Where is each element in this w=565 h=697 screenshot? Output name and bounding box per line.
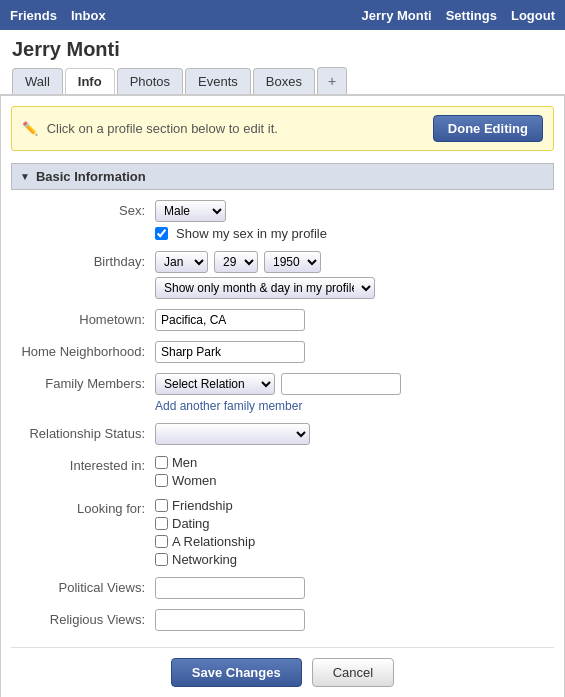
neighborhood-input[interactable]	[155, 341, 305, 363]
show-sex-row: Show my sex in my profile	[155, 226, 550, 241]
relation-select[interactable]: Select Relation	[155, 373, 275, 395]
looking-friendship-checkbox[interactable]	[155, 499, 168, 512]
birthday-label: Birthday:	[15, 251, 155, 269]
profile-name: Jerry Monti	[12, 38, 553, 61]
hometown-field	[155, 309, 550, 331]
pencil-icon: ✏️	[22, 121, 38, 136]
nav-inbox[interactable]: Inbox	[71, 8, 106, 23]
interested-women-label: Women	[172, 473, 217, 488]
birthday-month-select[interactable]: JanFebMarApr MayJunJulAug SepOctNovDec	[155, 251, 208, 273]
sex-row: Sex: Male Female Show my sex in my profi…	[11, 200, 554, 241]
show-sex-checkbox[interactable]	[155, 227, 168, 240]
add-family-link[interactable]: Add another family member	[155, 399, 550, 413]
action-buttons: Save Changes Cancel	[11, 647, 554, 687]
birthday-field: JanFebMarApr MayJunJulAug SepOctNovDec 2…	[155, 251, 550, 299]
nav-right: Jerry Monti Settings Logout	[362, 8, 555, 23]
hometown-label: Hometown:	[15, 309, 155, 327]
looking-networking-label: Networking	[172, 552, 237, 567]
family-label: Family Members:	[15, 373, 155, 391]
religious-row: Religious Views:	[11, 609, 554, 631]
interested-men-checkbox[interactable]	[155, 456, 168, 469]
birthday-row: Birthday: JanFebMarApr MayJunJulAug SepO…	[11, 251, 554, 299]
neighborhood-row: Home Neighborhood:	[11, 341, 554, 363]
profile-header: Jerry Monti Wall Info Photos Events Boxe…	[0, 30, 565, 95]
political-input[interactable]	[155, 577, 305, 599]
tab-events[interactable]: Events	[185, 68, 251, 94]
tab-wall[interactable]: Wall	[12, 68, 63, 94]
sex-field: Male Female Show my sex in my profile	[155, 200, 550, 241]
nav-left: Friends Inbox	[10, 8, 106, 23]
family-name-input[interactable]	[281, 373, 401, 395]
top-nav: Friends Inbox Jerry Monti Settings Logou…	[0, 0, 565, 30]
interested-row: Interested in: Men Women	[11, 455, 554, 488]
nav-username: Jerry Monti	[362, 8, 432, 23]
tabs-bar: Wall Info Photos Events Boxes +	[12, 67, 553, 94]
tab-info[interactable]: Info	[65, 68, 115, 94]
birthday-year-select[interactable]: 1950	[264, 251, 321, 273]
sex-label: Sex:	[15, 200, 155, 218]
relationship-select[interactable]: Single In a relationship Engaged Married…	[155, 423, 310, 445]
religious-label: Religious Views:	[15, 609, 155, 627]
looking-relationship-checkbox[interactable]	[155, 535, 168, 548]
nav-settings[interactable]: Settings	[446, 8, 497, 23]
cancel-button[interactable]: Cancel	[312, 658, 394, 687]
political-row: Political Views:	[11, 577, 554, 599]
religious-field	[155, 609, 550, 631]
edit-banner: ✏️ Click on a profile section below to e…	[11, 106, 554, 151]
tab-boxes[interactable]: Boxes	[253, 68, 315, 94]
looking-dating-label: Dating	[172, 516, 210, 531]
save-button[interactable]: Save Changes	[171, 658, 302, 687]
done-editing-button[interactable]: Done Editing	[433, 115, 543, 142]
relationship-row: Relationship Status: Single In a relatio…	[11, 423, 554, 445]
looking-dating-checkbox[interactable]	[155, 517, 168, 530]
interested-field: Men Women	[155, 455, 550, 488]
show-sex-label: Show my sex in my profile	[176, 226, 327, 241]
section-triangle-icon: ▼	[20, 171, 30, 182]
looking-field: Friendship Dating A Relationship Network…	[155, 498, 550, 567]
looking-networking-checkbox[interactable]	[155, 553, 168, 566]
content-area: ✏️ Click on a profile section below to e…	[0, 95, 565, 697]
edit-banner-text: ✏️ Click on a profile section below to e…	[22, 121, 278, 136]
relationship-label: Relationship Status:	[15, 423, 155, 441]
looking-friendship-label: Friendship	[172, 498, 233, 513]
hometown-input[interactable]	[155, 309, 305, 331]
looking-label: Looking for:	[15, 498, 155, 516]
nav-friends[interactable]: Friends	[10, 8, 57, 23]
section-title: Basic Information	[36, 169, 146, 184]
family-field: Select Relation Add another family membe…	[155, 373, 550, 413]
looking-relationship-label: A Relationship	[172, 534, 255, 549]
relationship-field: Single In a relationship Engaged Married…	[155, 423, 550, 445]
political-field	[155, 577, 550, 599]
birthday-display-select[interactable]: Show only month & day in my profile. Sho…	[155, 277, 375, 299]
birthday-day-select[interactable]: 29	[214, 251, 258, 273]
neighborhood-label: Home Neighborhood:	[15, 341, 155, 359]
family-row: Family Members: Select Relation Add anot…	[11, 373, 554, 413]
section-basic-info: ▼ Basic Information	[11, 163, 554, 190]
hometown-row: Hometown:	[11, 309, 554, 331]
sex-select[interactable]: Male Female	[155, 200, 226, 222]
interested-women-checkbox[interactable]	[155, 474, 168, 487]
religious-input[interactable]	[155, 609, 305, 631]
nav-logout[interactable]: Logout	[511, 8, 555, 23]
neighborhood-field	[155, 341, 550, 363]
political-label: Political Views:	[15, 577, 155, 595]
looking-row: Looking for: Friendship Dating A Relatio…	[11, 498, 554, 567]
tab-add[interactable]: +	[317, 67, 347, 94]
interested-men-label: Men	[172, 455, 197, 470]
interested-label: Interested in:	[15, 455, 155, 473]
tab-photos[interactable]: Photos	[117, 68, 183, 94]
